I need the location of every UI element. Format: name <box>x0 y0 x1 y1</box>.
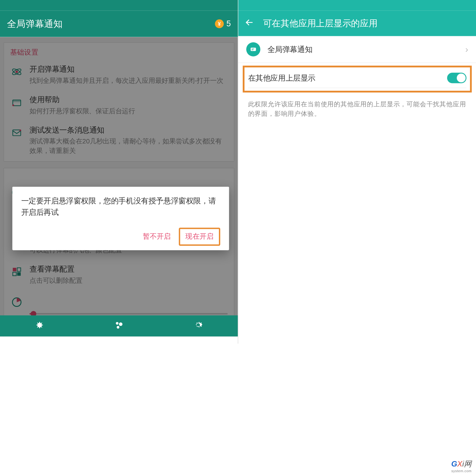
app-row[interactable]: 全局弹幕通知 › <box>238 36 476 63</box>
app-bar-right: 可在其他应用上层显示的应用 <box>238 10 476 36</box>
nav-tab-apps[interactable] <box>114 320 124 332</box>
svg-rect-18 <box>251 48 256 51</box>
coin-count: 5 <box>226 19 231 28</box>
back-icon[interactable] <box>244 17 254 29</box>
highlight-permission: 在其他应用上层显示 <box>243 66 472 93</box>
status-bar-left <box>0 0 238 10</box>
left-body: 基础设置 开启弹幕通知 找到全局弹幕通知并且开启，每次进入应用最好重新关闭-打开… <box>0 37 238 337</box>
nav-tab-gear[interactable] <box>193 320 203 332</box>
svg-point-16 <box>119 322 122 326</box>
app-bar-left: 全局弹幕通知 ¥ 5 <box>0 10 238 37</box>
permission-description: 此权限允许该应用在当前使用的其他应用的上层显示，可能会干扰其他应用的界面，影响用… <box>238 92 476 126</box>
app-icon <box>246 42 260 56</box>
dialog-confirm-button[interactable]: 现在开启 <box>184 231 215 242</box>
svg-point-15 <box>116 322 118 325</box>
svg-rect-19 <box>252 49 254 49</box>
chevron-right-icon: › <box>465 44 468 54</box>
coin-icon: ¥ <box>215 19 224 28</box>
dialog-cancel-button[interactable]: 暂不开启 <box>138 228 175 246</box>
app-name: 全局弹幕通知 <box>268 44 458 54</box>
watermark: GXi网 system.com <box>451 459 472 473</box>
overlay-permission-toggle[interactable] <box>447 73 466 83</box>
highlight-confirm: 现在开启 <box>179 228 220 246</box>
app-title: 全局弹幕通知 <box>7 18 63 30</box>
nav-tab-settings[interactable] <box>34 321 45 331</box>
svg-rect-20 <box>252 50 253 50</box>
permission-toggle-row: 在其他应用上层显示 <box>248 70 466 88</box>
dialog-message: 一定要开启悬浮窗权限，您的手机没有授予悬浮窗权限，请开启后再试 <box>21 195 220 219</box>
svg-point-17 <box>117 326 119 328</box>
bottom-nav <box>0 315 238 337</box>
permission-label: 在其他应用上层显示 <box>248 73 447 83</box>
page-title: 可在其他应用上层显示的应用 <box>263 17 378 29</box>
permission-dialog: 一定要开启悬浮窗权限，您的手机没有授予悬浮窗权限，请开启后再试 暂不开启 现在开… <box>12 187 229 250</box>
status-bar-right <box>238 0 476 10</box>
